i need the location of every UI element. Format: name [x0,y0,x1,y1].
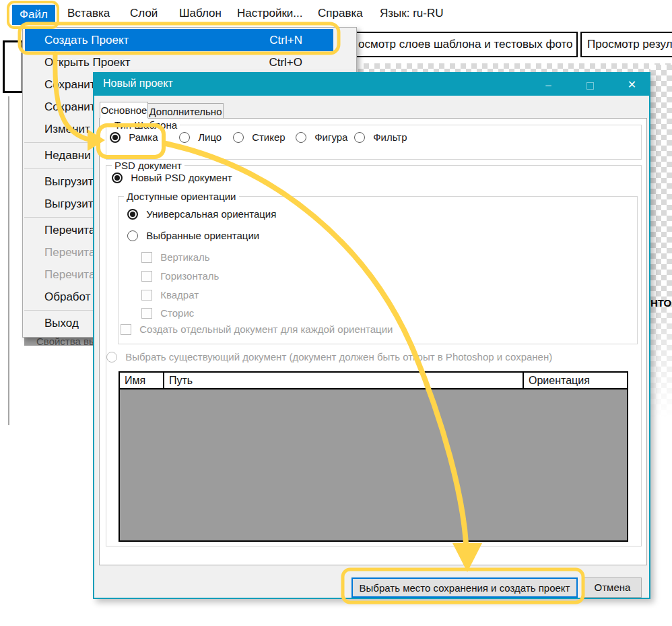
dialog-title: Новый проект [103,77,173,90]
radio-label: Фильтр [373,131,407,143]
menu-item-label: Открыть Проект [44,56,130,69]
checkbox-label: Вертикаль [160,251,209,263]
radio-universal-orientation[interactable]: Универсальная ориентация [127,208,276,222]
checker-fade [650,294,672,432]
radio-icon [112,173,123,183]
checkbox-label: Горизонталь [160,270,219,282]
checkbox-icon [141,252,152,263]
table-header-name[interactable]: Имя [120,373,164,388]
radio-label: Лицо [198,131,222,143]
checkbox-separate-document[interactable]: Создать отдельный документ для каждой ор… [121,323,393,337]
radio-icon [127,230,138,241]
checkbox-icon [141,290,152,301]
cancel-button[interactable]: Отмена [583,577,642,598]
table-header-orientation[interactable]: Ориентация [524,373,626,388]
radio-label: Выбрать существующий документ (документ … [125,351,552,363]
radio-filter[interactable]: Фильтр [354,131,407,145]
minimize-button[interactable]: – [533,73,564,96]
table-header-row: Имя Путь Ориентация [120,373,627,389]
maximize-button[interactable] [575,73,605,96]
radio-icon [179,132,190,143]
menubar: Файл Вставка Слой Шаблон Настройки... Сп… [0,0,672,27]
radio-label: Рамка [129,131,158,143]
tab-page-main: Тип Шаблона Рамка Лицо Стикер Фигура Фил… [99,118,647,565]
checkbox-icon [141,308,152,319]
checkbox-label: Квадрат [160,289,199,301]
radio-sticker[interactable]: Стикер [233,131,285,145]
view-template-layers-button[interactable]: осмотр слоев шаблона и тестовых фото [351,32,578,57]
tab-advanced[interactable]: Дополнительно [148,103,224,119]
checkbox-label: Создать отдельный документ для каждой ор… [139,323,393,335]
radio-icon [106,352,117,363]
maximize-icon [586,82,594,90]
menubar-item-settings[interactable]: Настройки... [237,7,303,20]
radio-selected-orientations[interactable]: Выбранные ориентации [127,230,259,243]
menu-item-create-project[interactable]: Создать Проект Ctrl+N [25,29,333,51]
table-header-path[interactable]: Путь [164,373,524,388]
checkbox-icon [121,324,131,335]
radio-label: Выбранные ориентации [146,230,259,241]
checkbox-label: Сторис [160,307,194,319]
group-caption: PSD документ [112,160,184,171]
screen: осмотр слоев шаблона и тестовых фото Про… [0,0,672,626]
radio-figure[interactable]: Фигура [296,131,347,145]
radio-new-psd-document[interactable]: Новый PSD документ [112,172,232,185]
transparency-checker-column [650,65,672,432]
menu-item-label: Создать Проект [44,34,129,46]
clipped-text-fragment: НТОВ [650,297,672,309]
menubar-item-language[interactable]: Язык: ru-RU [380,7,444,20]
radio-icon [296,132,306,143]
radio-label: Универсальная ориентация [146,208,276,220]
create-project-button[interactable]: Выбрать место сохранения и создать проек… [351,577,578,598]
radio-icon [233,132,244,143]
group-caption: Доступные ориентации [124,191,239,202]
group-caption: Тип Шаблона [112,119,180,131]
checkbox-horizontal[interactable]: Горизонталь [141,270,219,284]
checkbox-square[interactable]: Квадрат [141,289,199,303]
radio-label: Новый PSD документ [131,172,232,183]
menu-item-shortcut: Ctrl+N [269,29,302,51]
radio-frame[interactable]: Рамка [110,131,158,145]
documents-table[interactable]: Имя Путь Ориентация [119,371,628,542]
view-results-button[interactable]: Просмотр резуль [580,32,672,57]
menubar-item-insert[interactable]: Вставка [67,7,110,20]
menu-item-open-project[interactable]: Открыть Проект Ctrl+O [23,51,356,73]
close-button[interactable]: ✕ [617,73,647,96]
radio-label: Фигура [314,131,347,143]
dialog-titlebar[interactable]: Новый проект – ✕ [94,73,649,96]
checkbox-vertical[interactable]: Вертикаль [141,251,210,265]
menubar-item-template[interactable]: Шаблон [179,7,222,20]
radio-icon [110,132,121,143]
background-panel-fragment [3,40,24,93]
menubar-item-layer[interactable]: Слой [130,7,158,20]
tab-main[interactable]: Основное [100,102,148,119]
radio-face[interactable]: Лицо [179,131,222,145]
checkbox-icon [141,271,152,282]
menubar-item-file[interactable]: Файл [12,5,55,25]
checkbox-stories[interactable]: Сторис [141,307,194,321]
menubar-item-help[interactable]: Справка [318,7,363,20]
radio-icon [354,132,365,143]
radio-existing-document[interactable]: Выбрать существующий документ (документ … [106,351,552,365]
new-project-dialog: Новый проект – ✕ Основное Дополнительно … [93,72,650,599]
radio-label: Стикер [252,131,285,143]
radio-icon [127,209,138,220]
menu-item-shortcut: Ctrl+O [269,51,302,73]
